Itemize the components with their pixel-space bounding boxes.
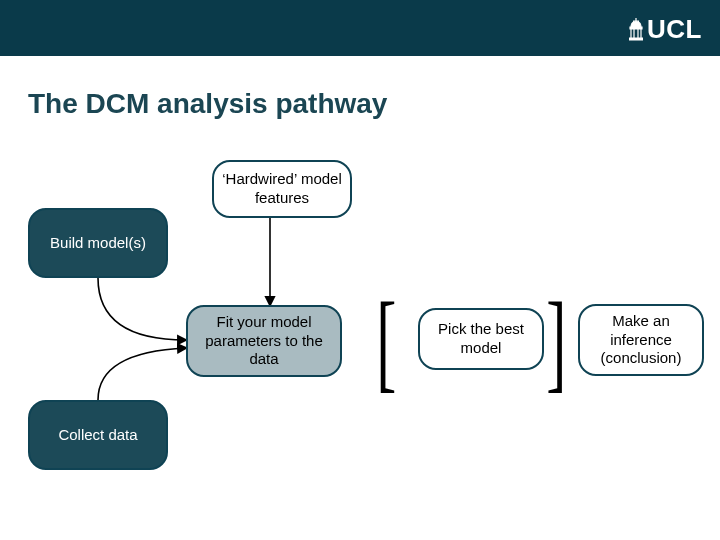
node-make-inference: Make an inference (conclusion) <box>578 304 704 376</box>
ucl-logo: UCL <box>629 14 702 45</box>
node-collect-data: Collect data <box>28 400 168 470</box>
dome-icon <box>629 18 643 42</box>
header-bar: UCL <box>0 0 720 56</box>
slide-title: The DCM analysis pathway <box>28 88 387 120</box>
bracket-left: [ <box>376 286 396 396</box>
bracket-right: ] <box>546 286 566 396</box>
node-build-models: Build model(s) <box>28 208 168 278</box>
logo-text: UCL <box>647 14 702 45</box>
node-fit-parameters: Fit your model parameters to the data <box>186 305 342 377</box>
node-pick-best-model: Pick the best model <box>418 308 544 370</box>
node-hardwired-features: ‘Hardwired’ model features <box>212 160 352 218</box>
